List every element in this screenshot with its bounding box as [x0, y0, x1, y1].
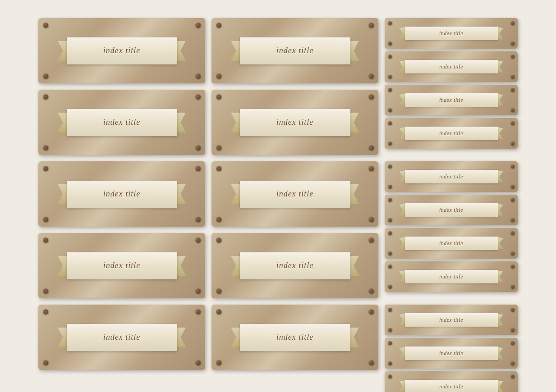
ribbon-1: index title	[58, 37, 186, 64]
index-card-large-1[interactable]: index title	[38, 18, 205, 83]
small-cards-col-1: index title index title index title	[385, 18, 518, 155]
rivet-r1	[510, 21, 515, 25]
ribbon-text: index title	[439, 64, 463, 70]
ribbon-small-2: index title	[400, 60, 503, 73]
index-card-large-5[interactable]: index title	[38, 161, 205, 227]
rivet-r1	[510, 308, 515, 312]
index-card-small-7[interactable]: index title	[385, 228, 518, 259]
ribbon-text: index title	[439, 317, 463, 324]
rivet-tr	[368, 166, 374, 171]
rivet-br	[195, 360, 201, 365]
ribbon-small-7: index title	[400, 237, 503, 250]
index-card-small-9[interactable]: index title	[385, 305, 518, 335]
ribbon-text: index title	[439, 30, 463, 37]
ribbon-5: index title	[58, 181, 186, 208]
rivet-tr	[195, 309, 201, 315]
rivet-tr	[368, 309, 374, 315]
ribbon-text: index title	[439, 273, 463, 280]
ribbon-2: index title	[231, 37, 359, 64]
rivet-r1	[510, 164, 515, 169]
index-card-small-4[interactable]: index title	[385, 118, 518, 149]
rivet-r2	[510, 108, 515, 112]
rivet-r1	[510, 374, 515, 378]
rivet-tr	[195, 166, 201, 171]
rivet-tr	[195, 23, 201, 28]
ribbon-text: index title	[439, 173, 463, 180]
ribbon-small-8: index title	[400, 270, 503, 283]
index-card-small-5[interactable]: index title	[385, 161, 518, 192]
ribbon-small-9: index title	[400, 313, 503, 327]
ribbon-text: index title	[103, 46, 140, 55]
index-card-small-6[interactable]: index title	[385, 195, 518, 225]
index-card-small-3[interactable]: index title	[385, 85, 518, 115]
ribbon-text: index title	[439, 240, 463, 247]
rivet-br	[195, 217, 201, 222]
ribbon-text: index title	[439, 207, 463, 214]
ribbon-text: index title	[276, 261, 313, 270]
rivet-br	[368, 73, 374, 79]
rivet-r2	[510, 328, 515, 332]
index-card-large-4[interactable]: index title	[211, 90, 378, 155]
rivet-r2	[510, 185, 515, 189]
ribbon-text: index title	[439, 383, 463, 390]
ribbon-text: index title	[439, 350, 463, 357]
ribbon-9: index title	[58, 324, 186, 351]
rivet-r2	[510, 218, 515, 222]
ribbon-text: index title	[103, 189, 140, 199]
ribbon-small-1: index title	[400, 27, 503, 40]
ribbon-small-4: index title	[400, 127, 503, 140]
ribbon-text: index title	[103, 333, 140, 342]
rivet-r1	[510, 264, 515, 269]
index-card-large-7[interactable]: index title	[38, 233, 205, 298]
ribbon-small-11: index title	[400, 380, 503, 392]
rivet-br	[195, 145, 201, 150]
rivet-r1	[510, 55, 515, 59]
index-card-small-2[interactable]: index title	[385, 51, 518, 82]
rivet-r1	[510, 198, 515, 202]
ribbon-6: index title	[231, 181, 359, 208]
ribbon-3: index title	[58, 109, 186, 136]
rivet-tr	[368, 237, 374, 243]
rivet-br	[368, 288, 374, 294]
ribbon-10: index title	[231, 324, 359, 351]
rivet-r2	[510, 285, 515, 289]
rivet-r2	[510, 361, 515, 365]
index-card-small-8[interactable]: index title	[385, 261, 518, 292]
index-card-small-10[interactable]: index title	[385, 338, 518, 369]
rivet-br	[368, 360, 374, 365]
ribbon-4: index title	[231, 109, 359, 136]
ribbon-small-10: index title	[400, 346, 503, 360]
ribbon-text: index title	[103, 118, 140, 127]
small-cards-col-3: index title index title index title	[385, 305, 518, 392]
rivet-r1	[510, 121, 515, 125]
rivet-r2	[510, 251, 515, 255]
index-card-large-3[interactable]: index title	[38, 90, 205, 155]
rivet-r1	[510, 341, 515, 345]
small-cards-col-2: index title index title index title	[385, 161, 518, 298]
ribbon-text: index title	[276, 118, 313, 127]
ribbon-text: index title	[276, 46, 313, 55]
index-card-large-8[interactable]: index title	[211, 233, 378, 298]
ribbon-small-6: index title	[400, 203, 503, 217]
rivet-r2	[510, 141, 515, 146]
rivet-r1	[510, 231, 515, 235]
ribbon-text: index title	[276, 189, 313, 199]
rivet-r1	[510, 88, 515, 92]
rivet-tr	[368, 94, 374, 100]
rivet-br	[368, 217, 374, 222]
ribbon-small-5: index title	[400, 170, 503, 183]
rivet-br	[195, 73, 201, 79]
index-card-large-2[interactable]: index title	[211, 18, 378, 83]
ribbon-text: index title	[276, 333, 313, 342]
ribbon-text: index title	[439, 130, 463, 137]
rivet-r2	[510, 75, 515, 79]
index-card-large-10[interactable]: index title	[211, 305, 378, 370]
main-grid: index title index title index title	[20, 0, 536, 392]
index-card-small-1[interactable]: index title	[385, 18, 518, 49]
rivet-tr	[195, 237, 201, 243]
index-card-large-6[interactable]: index title	[211, 161, 378, 227]
ribbon-small-3: index title	[400, 93, 503, 107]
index-card-large-9[interactable]: index title	[38, 305, 205, 370]
index-card-small-11[interactable]: index title	[385, 371, 518, 392]
ribbon-text: index title	[439, 97, 463, 104]
